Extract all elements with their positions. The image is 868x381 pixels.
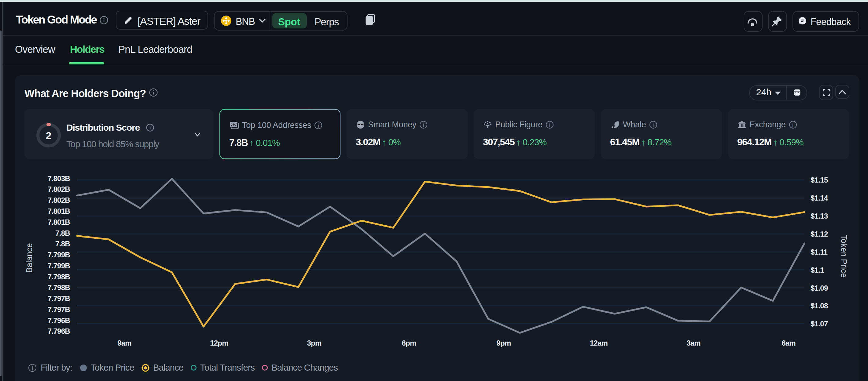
svg-text:Token Price: Token Price — [839, 235, 848, 278]
svg-text:7.803B: 7.803B — [48, 174, 70, 182]
svg-text:$1.09: $1.09 — [810, 284, 828, 292]
svg-text:$1.07: $1.07 — [810, 320, 828, 328]
svg-text:7.799B: 7.799B — [48, 251, 70, 259]
svg-text:7.801B: 7.801B — [48, 207, 70, 215]
svg-text:$1.13: $1.13 — [810, 212, 828, 220]
svg-text:Balance: Balance — [25, 243, 34, 273]
svg-text:7.797B: 7.797B — [48, 294, 70, 303]
svg-text:7.796B: 7.796B — [48, 327, 70, 335]
svg-text:7.802B: 7.802B — [48, 185, 70, 193]
svg-text:9am: 9am — [117, 339, 131, 347]
svg-text:12am: 12am — [590, 339, 608, 347]
svg-text:$1.12: $1.12 — [810, 230, 828, 238]
svg-text:12pm: 12pm — [210, 339, 228, 347]
svg-text:9pm: 9pm — [497, 339, 511, 347]
svg-text:6am: 6am — [781, 339, 796, 347]
svg-text:$1.08: $1.08 — [810, 302, 828, 310]
svg-text:3am: 3am — [686, 339, 701, 347]
svg-text:7.796B: 7.796B — [48, 316, 70, 324]
svg-text:3pm: 3pm — [307, 339, 321, 347]
svg-text:$1.11: $1.11 — [810, 248, 828, 256]
svg-text:7.797B: 7.797B — [48, 305, 70, 314]
svg-text:7.798B: 7.798B — [48, 273, 70, 281]
svg-text:$1.1: $1.1 — [810, 266, 824, 274]
svg-text:7.799B: 7.799B — [48, 262, 70, 270]
svg-text:$1.14: $1.14 — [810, 194, 828, 202]
svg-text:7.801B: 7.801B — [48, 218, 70, 226]
svg-text:6pm: 6pm — [402, 339, 416, 347]
svg-text:7.798B: 7.798B — [48, 283, 70, 291]
svg-text:7.8B: 7.8B — [55, 229, 70, 237]
svg-text:$1.15: $1.15 — [810, 176, 828, 184]
svg-text:7.802B: 7.802B — [48, 196, 70, 204]
svg-text:7.8B: 7.8B — [55, 240, 70, 248]
